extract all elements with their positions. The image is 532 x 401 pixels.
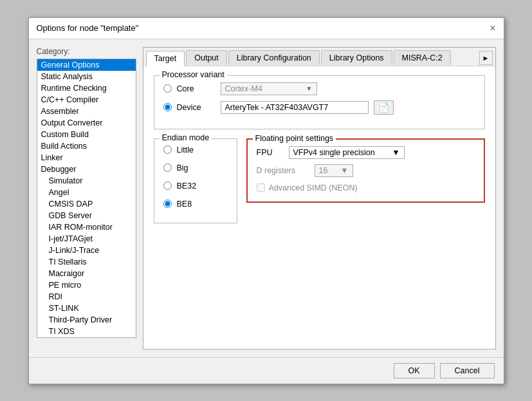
device-radio[interactable] (163, 103, 172, 111)
sidebar-item[interactable]: TI XDS (37, 326, 136, 337)
endian-label: BE8 (177, 200, 192, 209)
core-radio[interactable] (163, 84, 172, 93)
main-panel: TargetOutputLibrary ConfigurationLibrary… (143, 47, 496, 350)
endian-radio-big[interactable] (163, 163, 172, 172)
device-label: Device (177, 103, 216, 112)
sidebar-item[interactable]: Build Actions (37, 140, 136, 152)
fpu-combo[interactable]: VFPv4 single precision ▼ (289, 146, 405, 159)
endian-option-row: Little (163, 145, 228, 154)
sidebar-item[interactable]: Static Analysis (37, 71, 136, 82)
endian-radio-little[interactable] (163, 145, 172, 154)
ok-button[interactable]: OK (394, 363, 435, 378)
processor-variant-title: Processor variant (160, 70, 227, 79)
endian-option-row: Big (163, 163, 228, 173)
sidebar-item[interactable]: J-Link/J-Trace (37, 245, 136, 256)
endian-radio-be8[interactable] (163, 200, 172, 208)
core-row: Core Cortex-M4 ▼ (163, 82, 475, 95)
core-label: Core (177, 84, 216, 93)
title-bar: Options for node "template" × (29, 18, 504, 39)
sidebar-item[interactable]: Third-Party Driver (37, 314, 136, 326)
sidebar-item[interactable]: Angel (37, 187, 136, 198)
category-list: General OptionsStatic AnalysisRuntime Ch… (37, 59, 136, 338)
sidebar-item[interactable]: CMSIS DAP (37, 198, 136, 210)
core-combo-value: Cortex-M4 (225, 84, 262, 93)
tab-misra-c-2[interactable]: MISRA-C:2 (394, 50, 451, 65)
endian-label: Little (177, 145, 194, 154)
dreg-combo-arrow: ▼ (340, 166, 348, 175)
sidebar: Category: General OptionsStatic Analysis… (37, 47, 136, 350)
sidebar-item[interactable]: GDB Server (37, 210, 136, 221)
dreg-combo[interactable]: 16 ▼ (315, 164, 353, 177)
sidebar-item[interactable]: IAR ROM-monitor (37, 221, 136, 233)
device-browse-button[interactable]: 📄 (374, 100, 394, 115)
sidebar-item[interactable]: PE micro (37, 279, 136, 291)
sidebar-item[interactable]: RDI (37, 291, 136, 303)
tab-target[interactable]: Target (146, 51, 185, 66)
fpu-combo-value: VFPv4 single precision (293, 148, 375, 157)
simd-label: Advanced SIMD (NEON) (269, 183, 358, 192)
sidebar-item[interactable]: Simulator (37, 175, 136, 187)
simd-checkbox[interactable] (257, 183, 265, 192)
fpu-combo-arrow: ▼ (392, 148, 399, 157)
tab-content: Processor variant Core Cortex-M4 ▼ Devic… (143, 66, 495, 349)
processor-variant-section: Processor variant Core Cortex-M4 ▼ Devic… (154, 75, 485, 129)
dreg-combo-value: 16 (319, 166, 328, 175)
sidebar-item[interactable]: Output Converter (37, 117, 136, 129)
endian-radio-be32[interactable] (163, 182, 172, 190)
bottom-section: Endian mode LittleBigBE32BE8 Floating po… (154, 138, 485, 232)
tab-nav-right[interactable]: ► (479, 51, 493, 65)
device-input[interactable] (221, 101, 369, 114)
sidebar-item[interactable]: Runtime Checking (37, 82, 136, 94)
options-dialog: Options for node "template" × Category: … (28, 17, 504, 384)
endian-option-row: BE32 (163, 182, 228, 191)
tabs-bar: TargetOutputLibrary ConfigurationLibrary… (143, 48, 495, 66)
device-row: Device 📄 (163, 100, 475, 115)
floating-point-section: Floating point settings FPU VFPv4 single… (246, 138, 485, 203)
category-label: Category: (37, 47, 136, 56)
tab-library-options[interactable]: Library Options (321, 50, 392, 65)
cancel-button[interactable]: Cancel (440, 363, 495, 378)
endian-label: BE32 (177, 182, 197, 191)
dialog-title: Options for node "template" (37, 23, 139, 33)
endian-radio-group: LittleBigBE32BE8 (163, 145, 228, 214)
sidebar-item[interactable]: I-jet/JTAGjet (37, 233, 136, 245)
simd-row: Advanced SIMD (NEON) (257, 183, 475, 192)
sidebar-item[interactable]: C/C++ Compiler (37, 94, 136, 106)
floating-point-title: Floating point settings (253, 134, 336, 143)
sidebar-item[interactable]: Custom Build (37, 129, 136, 140)
endian-option-row: BE8 (163, 200, 228, 209)
sidebar-item[interactable]: Linker (37, 152, 136, 163)
core-combo[interactable]: Cortex-M4 ▼ (221, 82, 317, 95)
tab-library-configuration[interactable]: Library Configuration (228, 50, 320, 65)
sidebar-item[interactable]: Macraigor (37, 268, 136, 279)
endian-mode-section: Endian mode LittleBigBE32BE8 (154, 138, 237, 223)
sidebar-item[interactable]: Assembler (37, 106, 136, 117)
close-button[interactable]: × (490, 23, 495, 33)
endian-mode-title: Endian mode (160, 133, 212, 142)
dialog-footer: OK Cancel (29, 357, 504, 384)
endian-label: Big (177, 163, 188, 173)
core-combo-arrow: ▼ (306, 85, 313, 92)
tab-output[interactable]: Output (186, 50, 227, 65)
fpu-row: FPU VFPv4 single precision ▼ (257, 146, 475, 159)
sidebar-item[interactable]: General Options (37, 59, 136, 71)
fpu-label: FPU (257, 148, 282, 157)
dreg-row: D registers 16 ▼ (257, 164, 475, 177)
sidebar-item[interactable]: Debugger (37, 163, 136, 175)
dialog-body: Category: General OptionsStatic Analysis… (29, 39, 504, 357)
sidebar-item[interactable]: TI Stellaris (37, 256, 136, 268)
sidebar-item[interactable]: ST-LINK (37, 303, 136, 314)
dreg-label: D registers (257, 166, 308, 175)
